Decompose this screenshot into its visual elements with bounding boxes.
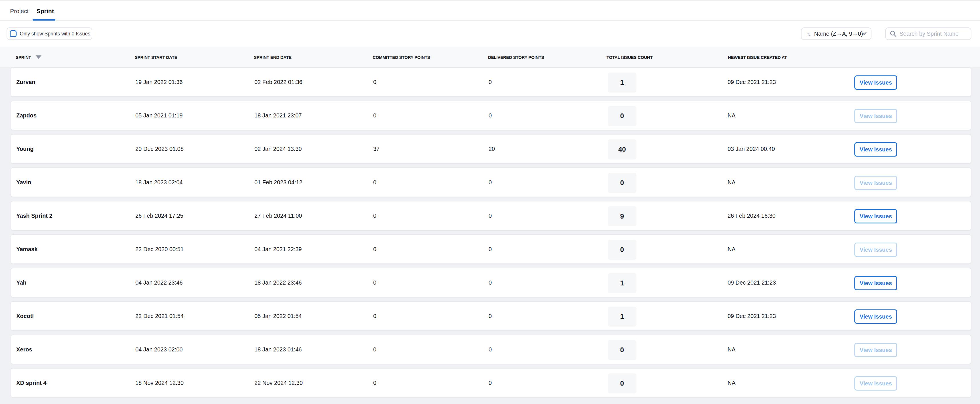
sprint-end-date: 27 Feb 2024 11:00 [255,201,302,230]
sprint-row: XD sprint 4 18 Nov 2024 12:30 22 Nov 202… [11,368,971,398]
committed-story-points: 0 [373,369,376,397]
sprint-name: Yash Sprint 2 [16,201,52,230]
column-header-start-date: SPRINT START DATE [135,47,177,67]
zero-issues-filter[interactable]: Only show Sprints with 0 Issues [6,27,92,40]
sprint-end-date: 22 Nov 2024 12:30 [255,369,303,397]
view-issues-button[interactable]: View Issues [854,376,897,391]
delivered-story-points: 0 [488,101,492,130]
sprint-name: Young [16,134,34,163]
sort-dropdown[interactable]: ↑↓ Name (Z→A, 9→0) [801,27,872,40]
sprint-name: Zapdos [16,101,37,130]
active-tab-indicator [33,19,56,21]
delivered-story-points: 0 [488,235,492,263]
total-issues-badge: 1 [608,73,636,93]
total-issues-badge: 40 [608,139,636,160]
newest-issue-date: NA [727,235,736,263]
delivered-story-points: 0 [488,68,492,96]
search-input[interactable] [899,30,967,37]
committed-story-points: 0 [373,201,376,230]
committed-story-points: 0 [373,335,376,364]
view-issues-button[interactable]: View Issues [854,243,897,257]
sprint-row: Xeros 04 Jan 2023 02:00 18 Jan 2023 01:4… [11,335,971,364]
delivered-story-points: 20 [488,134,495,163]
column-header-total-issues: TOTAL ISSUES COUNT [606,47,652,67]
column-header-sprint-label: SPRINT [16,55,31,60]
committed-story-points: 0 [373,68,376,96]
view-issues-button[interactable]: View Issues [854,209,897,224]
table-header-row: SPRINT SPRINT START DATE SPRINT END DATE… [0,47,980,67]
total-issues-badge: 1 [608,273,636,293]
delivered-story-points: 0 [488,302,492,330]
delivered-story-points: 0 [488,201,492,230]
view-issues-button[interactable]: View Issues [854,142,897,156]
sprint-row: Yah 04 Jan 2022 23:46 18 Jan 2022 23:46 … [11,268,971,297]
sprint-start-date: 04 Jan 2022 23:46 [135,268,183,297]
view-issues-button[interactable]: View Issues [854,75,897,90]
sort-dropdown-value: Name (Z→A, 9→0) [814,30,863,37]
newest-issue-date: 09 Dec 2021 21:23 [727,302,776,330]
total-issues-badge: 0 [608,106,636,126]
sprint-name: Yavin [16,168,31,196]
total-issues-badge: 9 [608,206,636,226]
sprint-row: Zapdos 05 Jan 2021 01:19 18 Jan 2021 23:… [11,101,971,130]
total-issues-badge: 0 [608,240,636,260]
sort-caret-icon [36,56,41,59]
sprint-start-date: 18 Nov 2024 12:30 [135,369,184,397]
sprint-start-date: 26 Feb 2024 17:25 [135,201,183,230]
newest-issue-date: 09 Dec 2021 21:23 [727,68,776,96]
newest-issue-date: NA [727,168,736,196]
sprint-start-date: 20 Dec 2023 01:08 [135,134,184,163]
newest-issue-date: 09 Dec 2021 21:23 [727,268,776,297]
newest-issue-date: NA [727,369,736,397]
sprint-end-date: 04 Jan 2021 22:39 [255,235,302,263]
sprint-name: Xocotl [16,302,34,330]
sprint-row: Yash Sprint 2 26 Feb 2024 17:25 27 Feb 2… [11,201,971,231]
sprint-start-date: 19 Jan 2022 01:36 [135,68,183,96]
view-issues-button[interactable]: View Issues [854,310,897,324]
column-header-end-date: SPRINT END DATE [254,47,291,67]
sprint-start-date: 18 Jan 2023 02:04 [135,168,183,196]
column-header-delivered-points: DELIVERED STORY POINTS [488,47,544,67]
view-issues-button[interactable]: View Issues [854,176,897,190]
tab-sprint[interactable]: Sprint [37,1,54,21]
sprint-start-date: 05 Jan 2021 01:19 [135,101,183,130]
sprint-end-date: 02 Jan 2024 13:30 [255,134,302,163]
search-box [885,27,971,40]
total-issues-badge: 1 [608,307,636,327]
view-issues-button[interactable]: View Issues [854,343,897,357]
sprint-start-date: 22 Dec 2021 01:54 [135,302,184,330]
sprint-row: Xocotl 22 Dec 2021 01:54 05 Jan 2022 01:… [11,301,971,331]
column-header-sprint[interactable]: SPRINT [16,47,41,67]
view-issues-button[interactable]: View Issues [854,109,897,123]
total-issues-badge: 0 [608,340,636,360]
table-body: Zurvan 19 Jan 2022 01:36 02 Feb 2022 01:… [0,67,980,398]
sprint-start-date: 04 Jan 2023 02:00 [135,335,183,364]
sprint-row: Young 20 Dec 2023 01:08 02 Jan 2024 13:3… [11,134,971,164]
delivered-story-points: 0 [488,168,492,196]
committed-story-points: 37 [373,134,380,163]
column-header-newest-issue: NEWEST ISSUE CREATED AT [728,47,787,67]
delivered-story-points: 0 [488,335,492,364]
search-icon [890,30,897,37]
sprint-row: Zurvan 19 Jan 2022 01:36 02 Feb 2022 01:… [11,67,971,97]
zero-issues-checkbox[interactable] [10,30,17,37]
zero-issues-filter-label: Only show Sprints with 0 Issues [20,31,90,37]
committed-story-points: 0 [373,101,376,130]
tab-bar: Project Sprint [0,0,980,21]
view-issues-button[interactable]: View Issues [854,276,897,290]
sprint-name: XD sprint 4 [16,369,46,397]
sprint-start-date: 22 Dec 2020 00:51 [135,235,184,263]
sprint-end-date: 01 Feb 2023 04:12 [255,168,302,196]
sprint-name: Yah [16,268,27,297]
sprint-name: Xeros [16,335,32,364]
newest-issue-date: NA [727,101,736,130]
sprint-row: Yavin 18 Jan 2023 02:04 01 Feb 2023 04:1… [11,168,971,197]
committed-story-points: 0 [373,268,376,297]
committed-story-points: 0 [373,302,376,330]
committed-story-points: 0 [373,235,376,263]
sprint-table: SPRINT SPRINT START DATE SPRINT END DATE… [0,47,980,404]
tab-project[interactable]: Project [10,1,29,21]
sprint-end-date: 18 Jan 2023 01:46 [255,335,302,364]
delivered-story-points: 0 [488,369,492,397]
newest-issue-date: 03 Jan 2024 00:40 [727,134,775,163]
